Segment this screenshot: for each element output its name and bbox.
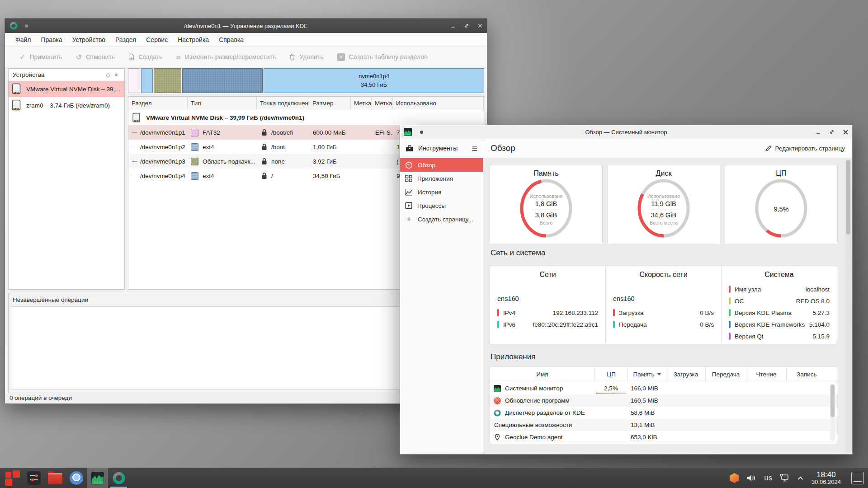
app-row-geoclue[interactable]: Geoclue Demo agent 653,0 KiB [490, 431, 837, 443]
apply-button[interactable]: ✓ Применить [19, 53, 62, 61]
close-panel-icon[interactable]: × [112, 71, 120, 78]
network-icon[interactable] [780, 474, 790, 482]
menu-settings[interactable]: Настройка [173, 36, 214, 43]
edit-page-button[interactable]: Редактировать страницу [765, 145, 845, 152]
partition-manager-app-icon [9, 22, 18, 30]
volume-icon[interactable] [746, 474, 756, 482]
network-section-title: Сеть и система [491, 249, 545, 258]
sidebar-item-overview[interactable]: Обзор [400, 158, 483, 172]
menu-help[interactable]: Справка [214, 36, 249, 43]
scrollbar-thumb[interactable] [830, 385, 835, 417]
undo-icon: ↺ [76, 53, 82, 61]
browser-button[interactable] [66, 468, 87, 488]
update-notifier-icon[interactable] [730, 473, 739, 483]
close-button[interactable] [473, 19, 487, 33]
page-title: Обзор [491, 143, 515, 153]
keyboard-layout-indicator[interactable]: us [764, 474, 772, 482]
device-group-row[interactable]: VMware Virtual NVMe Disk – 39,99 ГиБ (/d… [128, 110, 484, 125]
fs-color-swatch [191, 143, 198, 151]
resize-button[interactable]: » Изменить размер/переместить [176, 52, 276, 62]
sm-window-title: Обзор — Системный монитор [585, 129, 667, 136]
sidebar-item-processes[interactable]: Процессы [400, 199, 483, 212]
hamburger-icon[interactable]: ≡ [472, 144, 477, 153]
app-row-system-monitor[interactable]: Системный монитор 2,5% 166,0 MiB [490, 382, 837, 394]
partition-bar-segment[interactable] [141, 68, 153, 93]
partition-bar-segment[interactable] [182, 68, 263, 93]
column-header-size[interactable]: Размер [309, 97, 351, 110]
app-row-accessibility[interactable]: Специальные возможности 13,1 MiB [490, 419, 837, 431]
column-header-label[interactable]: Метка [351, 97, 372, 110]
column-header-partition[interactable]: Раздел [128, 97, 188, 110]
column-header-type[interactable]: Тип [188, 97, 257, 110]
app-row-software-update[interactable]: Обновление программ 160,5 MiB [490, 394, 837, 407]
device-item-nvme[interactable]: VMware Virtual NVMe Disk – 39,... [9, 81, 124, 97]
stat-row: Загрузка 0 B/s [613, 307, 714, 319]
new-partition-table-button[interactable]: ✕ Создать таблицу разделов [337, 53, 428, 61]
column-header-label2[interactable]: Метка [372, 97, 393, 110]
show-desktop-button[interactable] [851, 472, 864, 484]
sidebar-item-history[interactable]: История [400, 185, 483, 199]
device-item-zram[interactable]: zram0 – 3,74 ГиБ (/dev/zram0) [9, 97, 124, 113]
partition-bar-segment-selected[interactable]: nvme0n1p4 34,50 ГиБ [264, 68, 484, 93]
menu-tools[interactable]: Сервис [141, 36, 173, 43]
system-monitor-task-button[interactable] [87, 468, 108, 488]
column-header-mountpoint[interactable]: Точка подключения [257, 97, 309, 110]
expand-tray-icon[interactable] [797, 476, 803, 480]
tools-menu-button[interactable]: Инструменты ≡ [400, 139, 483, 158]
minimize-button[interactable] [811, 125, 825, 139]
speedometer-icon [405, 161, 413, 169]
legend-color-bar [497, 309, 499, 316]
restore-button[interactable] [825, 125, 839, 139]
column-header-read[interactable]: Чтение [746, 367, 786, 382]
titlebar-dot-icon [420, 131, 423, 134]
menu-file[interactable]: Файл [10, 36, 36, 43]
application-launcher-button[interactable] [2, 468, 23, 488]
gauge-title: ЦП [725, 169, 837, 178]
digital-clock[interactable]: 18:40 30.06.2024 [811, 470, 841, 486]
network-speed-column: Скорость сети ens160 Загрузка 0 B/s [605, 266, 721, 344]
undo-button[interactable]: ↺ Отменить [76, 53, 115, 61]
system-settings-button[interactable] [23, 468, 44, 488]
column-header-used[interactable]: Использовано [393, 97, 484, 110]
scrollbar-thumb[interactable] [846, 160, 850, 235]
sidebar-item-applications[interactable]: Приложения [400, 172, 483, 185]
apps-section-title: Приложения [491, 352, 535, 361]
column-header-memory[interactable]: Память [627, 367, 666, 382]
pencil-icon [765, 145, 772, 152]
menu-partition[interactable]: Раздел [110, 36, 141, 43]
app-row-partition-manager[interactable]: Диспетчер разделов от KDE 58,6 MiB [490, 407, 837, 419]
partition-manager-task-button[interactable] [108, 468, 129, 488]
partition-bar-segment[interactable] [128, 68, 140, 93]
partition-manager-icon [112, 471, 126, 485]
content-scrollbar[interactable] [845, 159, 851, 453]
partition-bar-segment[interactable] [154, 68, 181, 93]
sm-main: Обзор Редактировать страницу Память [483, 139, 852, 454]
table-x-icon: ✕ [337, 53, 345, 61]
float-panel-icon[interactable]: ◇ [104, 71, 112, 78]
desktop: /dev/nvme0n1 — Управление разделами KDE … [0, 0, 868, 488]
column-header-cpu[interactable]: ЦП [594, 367, 627, 382]
system-monitor-icon [91, 472, 104, 484]
pm-titlebar[interactable]: /dev/nvme0n1 — Управление разделами KDE [5, 19, 487, 33]
memory-gauge-card: Память Использовано 1,8 GiB 3,8 GiB [490, 165, 603, 245]
sm-titlebar[interactable]: Обзор — Системный монитор [400, 125, 852, 139]
create-button[interactable]: Создать [128, 53, 162, 61]
red-folder-icon [48, 473, 62, 484]
column-header-name[interactable]: Имя [490, 367, 594, 382]
column-header-write[interactable]: Запись [786, 367, 827, 382]
apps-table-scrollbar[interactable] [830, 384, 835, 441]
menu-edit[interactable]: Правка [36, 36, 67, 43]
column-header-upload[interactable]: Передача [705, 367, 746, 382]
gauge-cards: Память Использовано 1,8 GiB 3,8 GiB [490, 165, 838, 245]
close-button[interactable] [839, 125, 852, 139]
file-manager-button[interactable] [44, 468, 66, 488]
pm-window-title: /dev/nvme0n1 — Управление разделами KDE [184, 23, 308, 29]
menu-device[interactable]: Устройство [67, 36, 110, 43]
delete-button[interactable]: Удалить [289, 53, 323, 61]
minimize-button[interactable] [446, 19, 460, 33]
sidebar-item-new-page[interactable]: + Создать страницу... [400, 212, 483, 226]
cpu-history-bar [596, 393, 626, 394]
column-header-download[interactable]: Загрузка [666, 367, 705, 382]
stat-row: Версия Qt 5.15.9 [729, 330, 830, 342]
restore-button[interactable] [460, 19, 473, 33]
